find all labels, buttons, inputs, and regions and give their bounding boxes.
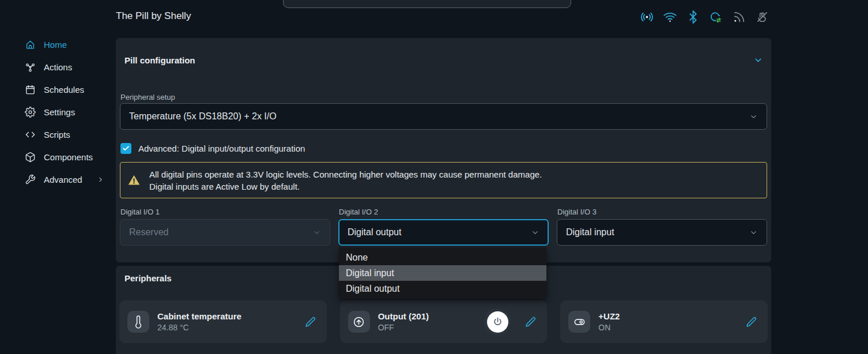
digital-io-1-select: Reserved <box>120 219 330 246</box>
peripheral-card-output-201: Output (201) OFF <box>340 300 548 343</box>
digital-io-2-field: Digital I/O 2 Digital output <box>338 208 549 246</box>
sidebar-item-label: Settings <box>44 107 75 117</box>
power-icon <box>487 311 508 333</box>
sidebar-item-settings[interactable]: Settings <box>0 101 115 123</box>
digital-io-3-value: Digital input <box>566 227 614 238</box>
power-toggle-button[interactable] <box>484 308 511 335</box>
gear-icon <box>25 107 36 118</box>
thermometer-icon <box>127 311 149 333</box>
cloud-sync-icon <box>709 9 723 24</box>
panel-title: Peripherals <box>124 273 172 283</box>
warning-text: All digital pins operate at 3.3V logic l… <box>149 168 542 193</box>
chevron-down-icon <box>312 228 321 237</box>
digital-io-1-value: Reserved <box>129 227 168 238</box>
home-icon <box>25 39 36 50</box>
warning-banner: All digital pins operate at 3.3V logic l… <box>120 162 767 198</box>
sidebar-item-scripts[interactable]: Scripts <box>0 123 115 146</box>
status-bar <box>640 9 769 24</box>
sidebar-item-advanced[interactable]: Advanced <box>0 168 115 191</box>
peripheral-setup-value: Temperature (5x DS18B20) + 2x I/O <box>129 111 277 122</box>
peripheral-info: +UZ2 ON <box>598 311 737 332</box>
dropdown-option-none[interactable]: None <box>339 250 546 265</box>
sidebar-item-actions[interactable]: Actions <box>0 56 115 78</box>
chevron-right-icon <box>97 176 104 183</box>
peripheral-name: Output (201) <box>378 311 477 321</box>
page-title: The Pill by Shelly <box>116 10 191 22</box>
peripheral-name: Cabinet temperature <box>157 311 296 321</box>
peripheral-card-uz2: +UZ2 ON <box>560 300 768 343</box>
advanced-io-checkbox-row[interactable]: Advanced: Digital input/output configura… <box>120 143 305 154</box>
chevron-down-icon <box>749 112 758 121</box>
dropdown-option-digital-input[interactable]: Digital input <box>339 265 546 281</box>
digital-io-3-label: Digital I/O 3 <box>557 208 767 216</box>
search-input[interactable] <box>283 0 571 8</box>
sidebar-item-label: Components <box>44 152 93 162</box>
peripheral-status: 24.88 °C <box>157 323 296 332</box>
code-icon <box>25 129 36 140</box>
digital-io-2-value: Digital output <box>348 227 401 238</box>
peripheral-info: Cabinet temperature 24.88 °C <box>157 311 296 332</box>
components-icon <box>25 152 36 163</box>
panel-title: Pill configuration <box>124 55 195 65</box>
warning-icon <box>127 174 141 187</box>
sidebar-item-label: Schedules <box>44 85 84 95</box>
digital-io-3-select[interactable]: Digital input <box>557 219 767 246</box>
actions-icon <box>25 62 36 73</box>
digital-io-3-field: Digital I/O 3 Digital input <box>557 208 767 246</box>
peripheral-status: ON <box>598 323 737 332</box>
toggle-icon <box>568 311 590 333</box>
warning-line-2: Digital inputs are Active Low by default… <box>149 180 542 193</box>
peripheral-status: OFF <box>378 323 477 332</box>
pill-configuration-panel: Pill configuration Peripheral setup Temp… <box>116 38 771 262</box>
digital-io-row: Digital I/O 1 Reserved Digital I/O 2 Dig… <box>120 208 767 246</box>
peripheral-setup-select[interactable]: Temperature (5x DS18B20) + 2x I/O <box>120 103 767 130</box>
sidebar: Home Actions Schedules Settings Scripts … <box>0 33 115 191</box>
access-point-icon <box>640 9 654 24</box>
edit-button[interactable] <box>304 316 316 328</box>
chevron-down-icon <box>531 228 539 237</box>
sidebar-item-label: Scripts <box>44 130 70 140</box>
peripherals-grid: Cabinet temperature 24.88 °C Output (201… <box>119 300 768 343</box>
edit-button[interactable] <box>524 316 537 328</box>
bluetooth-icon <box>686 9 700 24</box>
sidebar-item-label: Advanced <box>44 175 82 184</box>
digital-io-2-label: Digital I/O 2 <box>339 208 549 216</box>
output-icon <box>348 311 370 333</box>
dropdown-option-digital-output[interactable]: Digital output <box>339 281 546 296</box>
chevron-down-icon[interactable] <box>753 55 763 65</box>
checkbox-checked-icon[interactable] <box>120 143 131 154</box>
calendar-icon <box>25 84 36 95</box>
checkbox-label: Advanced: Digital input/output configura… <box>138 144 305 153</box>
warning-line-1: All digital pins operate at 3.3V logic l… <box>149 168 542 180</box>
sidebar-item-label: Actions <box>44 62 72 72</box>
sidebar-item-home[interactable]: Home <box>0 33 115 56</box>
sidebar-item-schedules[interactable]: Schedules <box>0 78 115 101</box>
digital-io-1-field: Digital I/O 1 Reserved <box>120 208 330 246</box>
edit-button[interactable] <box>745 316 757 328</box>
peripheral-setup-label: Peripheral setup <box>120 93 175 101</box>
digital-io-1-label: Digital I/O 1 <box>120 208 330 216</box>
chevron-down-icon <box>749 228 758 237</box>
digital-io-2-dropdown: None Digital input Digital output <box>339 247 546 299</box>
peripheral-card-cabinet-temperature: Cabinet temperature 24.88 °C <box>119 300 327 343</box>
sidebar-item-components[interactable]: Components <box>0 146 115 168</box>
peripheral-name: +UZ2 <box>598 311 737 321</box>
peripheral-info: Output (201) OFF <box>378 311 477 332</box>
wifi-icon <box>663 9 677 24</box>
sidebar-item-label: Home <box>44 40 67 50</box>
gesture-disabled-icon <box>755 9 769 24</box>
wrench-icon <box>25 174 36 185</box>
digital-io-2-select[interactable]: Digital output <box>338 219 549 246</box>
rss-broadcast-icon <box>732 9 746 24</box>
